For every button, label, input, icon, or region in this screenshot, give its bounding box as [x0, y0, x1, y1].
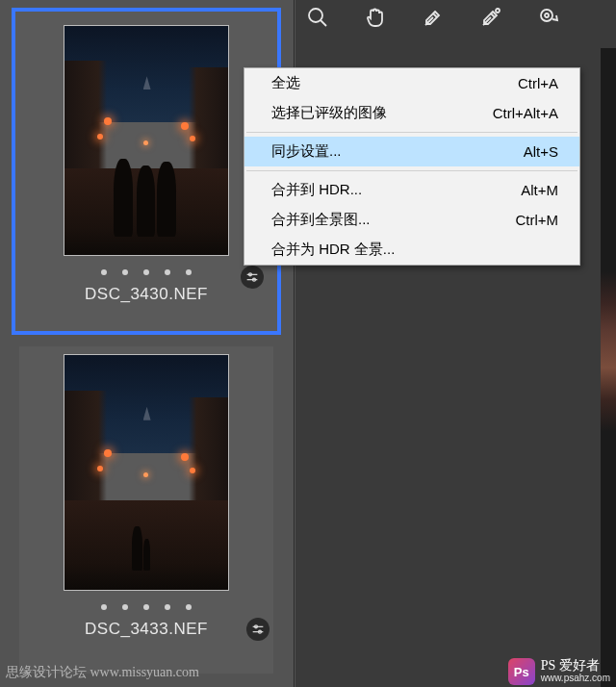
- rating-dots[interactable]: [25, 269, 268, 275]
- menu-shortcut: Ctrl+Alt+A: [493, 105, 558, 121]
- context-menu: 全选 Ctrl+A 选择已评级的图像 Ctrl+Alt+A 同步设置... Al…: [244, 67, 580, 266]
- menu-item-sync-settings[interactable]: 同步设置... Alt+S: [244, 137, 579, 166]
- menu-separator: [246, 132, 578, 133]
- menu-item-merge-hdr[interactable]: 合并到 HDR... Alt+M: [244, 175, 579, 205]
- menu-shortcut: Ctrl+A: [518, 75, 558, 91]
- menu-item-merge-hdr-panorama[interactable]: 合并为 HDR 全景...: [244, 235, 579, 265]
- thumbnail-filename: DSC_3433.NEF: [19, 620, 273, 639]
- menu-label: 合并为 HDR 全景...: [271, 241, 395, 259]
- targeted-adjustment-icon[interactable]: [536, 5, 561, 30]
- preview-image-edge: [601, 48, 616, 687]
- menu-item-select-rated[interactable]: 选择已评级的图像 Ctrl+Alt+A: [244, 98, 579, 128]
- menu-label: 合并到 HDR...: [271, 181, 362, 199]
- rating-dots[interactable]: [19, 604, 273, 610]
- hand-tool-icon[interactable]: [363, 5, 388, 30]
- preview-toolbar: [295, 0, 616, 35]
- ps-logo-icon: Ps: [508, 658, 535, 685]
- thumbnail-image[interactable]: [64, 25, 229, 256]
- has-settings-icon: [241, 266, 264, 289]
- menu-shortcut: Alt+S: [524, 143, 558, 160]
- eyedropper-icon[interactable]: [421, 5, 446, 30]
- svg-point-12: [545, 13, 549, 17]
- has-settings-icon: [246, 618, 270, 641]
- watermark-left: 思缘设计论坛 www.missyuan.com: [6, 664, 199, 681]
- watermark-cn: PS 爱好者: [541, 659, 610, 674]
- thumbnail-filename: DSC_3430.NEF: [25, 285, 268, 304]
- menu-item-merge-panorama[interactable]: 合并到全景图... Ctrl+M: [244, 205, 579, 235]
- watermark-url: www.psahz.com: [541, 674, 610, 684]
- menu-item-select-all[interactable]: 全选 Ctrl+A: [244, 68, 579, 98]
- menu-separator: [246, 170, 578, 171]
- menu-label: 全选: [271, 74, 300, 92]
- menu-label: 选择已评级的图像: [271, 104, 387, 122]
- zoom-tool-icon[interactable]: [305, 5, 330, 30]
- watermark-right: Ps PS 爱好者 www.psahz.com: [508, 658, 610, 685]
- svg-point-8: [309, 9, 322, 22]
- menu-shortcut: Ctrl+M: [515, 212, 558, 228]
- menu-shortcut: Alt+M: [521, 182, 558, 198]
- color-sampler-icon[interactable]: [478, 5, 503, 30]
- thumbnail-item[interactable]: DSC_3433.NEF: [19, 346, 273, 674]
- menu-label: 合并到全景图...: [271, 211, 371, 229]
- svg-point-10: [496, 9, 500, 13]
- svg-point-11: [541, 10, 552, 21]
- svg-line-9: [321, 20, 326, 26]
- menu-label: 同步设置...: [271, 142, 342, 161]
- thumbnail-image[interactable]: [64, 354, 229, 591]
- thumbnail-item-selected[interactable]: DSC_3430.NEF: [12, 8, 281, 335]
